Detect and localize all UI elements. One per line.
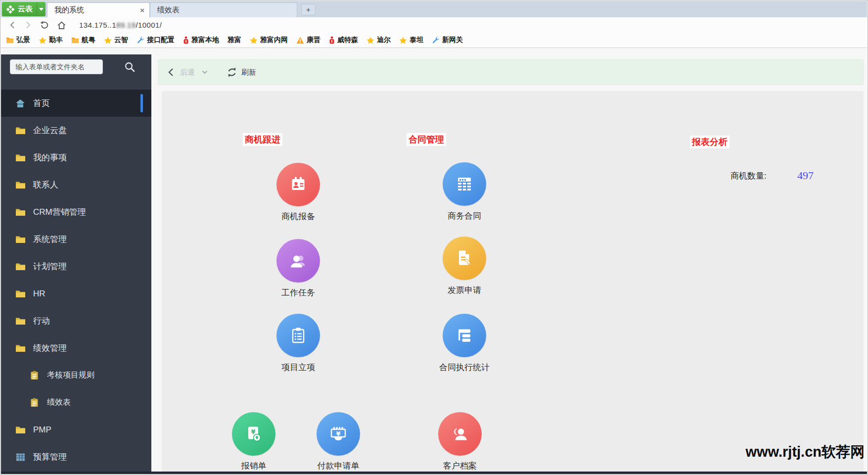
bookmark-item[interactable]: 弘景 [6,36,30,45]
red-badge-icon [183,36,189,44]
wrench-icon [137,36,144,44]
folder-icon [71,37,79,44]
home-icon[interactable] [57,21,66,30]
refresh-icon[interactable] [227,67,237,78]
red-badge-icon [329,36,335,44]
bookmark-label: 雅富内网 [260,36,288,45]
sidebar-item-label: 绩效管理 [33,342,67,354]
sidebar-item-action[interactable]: 行动 [1,307,151,334]
sidebar-item-system-mgmt[interactable]: 系统管理 [1,226,151,253]
search-icon[interactable] [124,61,136,73]
sidebar-item-label: 我的事项 [33,152,67,163]
sidebar-item-performance-table[interactable]: 绩效表 [1,389,151,416]
app-menu-button[interactable]: 云表 [2,2,46,16]
yunbiao-logo-icon [6,5,15,14]
customers-icon [438,412,482,456]
folder-icon [15,426,26,434]
bookmark-label: 雅富 [228,36,241,45]
sidebar-item-cloud-disk[interactable]: 企业云盘 [1,117,151,144]
tab-bar: 云表 我的系统 × 绩效表 + [1,1,867,17]
new-tab-button[interactable]: + [301,4,316,15]
sidebar-item-crm[interactable]: CRM营销管理 [1,198,151,226]
address-url[interactable]: 134.175. .189.19/10001/ [79,21,162,29]
bookmark-item[interactable]: 航粤 [71,36,95,45]
sidebar-item-performance-mgmt[interactable]: 绩效管理 [1,334,151,362]
star-icon [399,37,407,44]
sidebar-item-my-matters[interactable]: 我的事项 [1,144,151,171]
navigation-bar: 134.175. .189.19/10001/ [1,17,867,33]
app-work-task[interactable]: 工作任务 [256,239,340,298]
bookmark-item[interactable]: 迪尔 [366,36,391,45]
sidebar-item-label: PMP [33,425,51,435]
receipt-upload-icon: ¥ [232,412,275,456]
bookmark-item[interactable]: 康晋 [296,36,320,45]
sidebar-item-hr[interactable]: HR [1,280,151,307]
app-customer-files[interactable]: 客户档案 [418,412,502,472]
tab-performance-table[interactable]: 绩效表 [150,2,297,17]
app-label: 合同执行统计 [439,362,490,373]
sidebar-item-assessment-rules[interactable]: 考核项目规则 [1,362,151,389]
tree-list-icon [443,314,486,357]
browser-window: 云表 我的系统 × 绩效表 + [0,0,868,475]
sidebar-item-label: 预算管理 [33,451,67,463]
folder-icon [6,37,14,44]
reload-icon[interactable] [40,21,49,30]
bookmark-item[interactable]: 雅富本地 [183,36,219,45]
tab-close-icon[interactable]: × [140,6,144,14]
sidebar-item-pmp[interactable]: PMP [1,416,151,443]
app-label: 报销单 [241,460,267,472]
app-contract-execution-stats[interactable]: 合同执行统计 [422,314,506,373]
star-icon [366,37,374,44]
section-title-contract: 合同管理 [407,133,446,146]
bookmark-label: 雅富本地 [191,36,219,45]
app-label: 发票申请 [448,285,481,296]
app-payment-request[interactable]: ¥ 付款申请单 [296,412,380,472]
back-button-label[interactable]: 后退 [180,68,195,77]
bookmark-label: 新网关 [442,36,463,45]
sidebar-item-plan-mgmt[interactable]: 计划管理 [1,253,151,280]
app-project-initiation[interactable]: 项目立项 [256,314,340,373]
bookmark-item[interactable]: 云智 [104,36,128,45]
back-chevron-icon[interactable] [167,68,175,77]
bookmark-item[interactable]: 威特森 [329,36,358,45]
folder-icon [15,126,26,135]
search-input[interactable] [10,59,103,74]
content-area: 后退 刷新 商机跟进 合同管理 报表分析 [151,48,867,474]
folder-icon [15,344,26,352]
star-icon [250,37,258,44]
sidebar-item-label: 系统管理 [33,234,67,245]
badge-card-icon [276,163,320,206]
sidebar-item-label: 考核项目规则 [47,370,94,380]
back-dropdown-caret-icon[interactable] [202,70,208,74]
sidebar-item-contacts[interactable]: 联系人 [1,171,151,198]
app-expense-claim[interactable]: ¥ 报销单 [212,412,296,472]
app-label: 项目立项 [281,362,315,373]
refresh-button-label[interactable]: 刷新 [241,68,256,77]
bookmark-label: 勤丰 [49,36,63,45]
tab-label: 我的系统 [54,5,84,15]
bookmark-label: 迪尔 [377,36,391,45]
app-business-contract[interactable]: 商务合同 [422,162,506,222]
sidebar-item-budget-mgmt[interactable]: 预算管理 [1,443,151,471]
bookmark-item[interactable]: 接口配置 [137,36,175,45]
bookmark-label: 康晋 [307,36,320,45]
bookmark-item[interactable]: 雅富 [228,36,241,45]
sidebar-item-home[interactable]: 首页 [1,90,151,117]
section-title-report: 报表分析 [690,136,730,148]
bookmark-item[interactable]: 雅富内网 [250,36,288,45]
bookmark-item[interactable]: 勤丰 [39,36,63,45]
sidebar-item-label: 行动 [33,315,50,327]
document-pencil-icon [443,237,486,280]
app-menu-caret[interactable] [37,2,46,16]
bookmark-item[interactable]: 新网关 [432,36,463,45]
forward-icon[interactable] [24,21,32,29]
tab-my-system[interactable]: 我的系统 × [47,2,150,17]
svg-text:¥: ¥ [251,428,255,435]
star-icon [104,37,112,44]
back-icon[interactable] [9,21,16,29]
sidebar: 首页 企业云盘 我的事项 联系人 CRM营销管理 [1,54,151,472]
sidebar-item-label: HR [33,289,46,299]
bookmark-item[interactable]: 泰坦 [399,36,423,45]
app-invoice-request[interactable]: 发票申请 [422,237,506,296]
app-opportunity-report[interactable]: 商机报备 [256,163,340,222]
